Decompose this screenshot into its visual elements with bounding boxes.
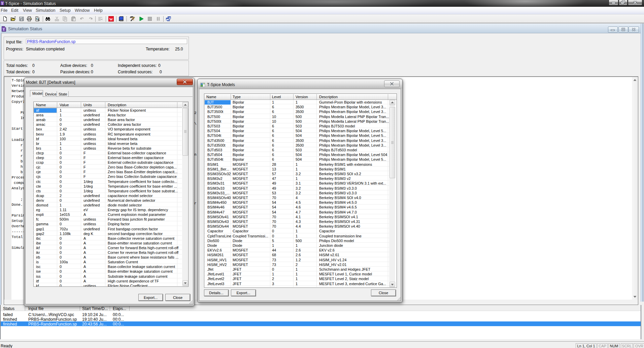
svg-text:T: T (3, 28, 5, 31)
svg-text:W: W (109, 17, 113, 21)
svg-text:T: T (1, 2, 3, 5)
